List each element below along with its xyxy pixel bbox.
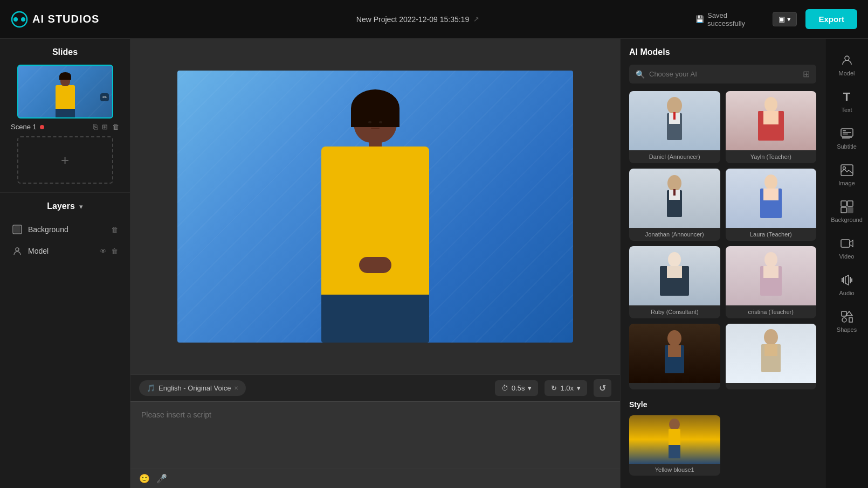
svg-rect-47 <box>841 207 846 213</box>
ruby-label: Ruby (Consultant) <box>629 305 720 318</box>
yayln-label: Yayln (Teacher) <box>726 150 817 163</box>
view-toggle-chevron: ▾ <box>787 15 791 23</box>
daniel-avatar <box>658 94 691 148</box>
icon-bar-background[interactable]: Background <box>828 194 866 228</box>
model7-avatar <box>658 326 691 380</box>
slide-1-thumbnail[interactable]: ✏ <box>17 65 113 118</box>
text-icon: T <box>839 89 855 104</box>
svg-rect-46 <box>848 201 853 206</box>
right-panel-title: AI Models <box>629 47 816 57</box>
svg-point-26 <box>667 330 681 346</box>
model-card-yayln[interactable]: Yayln (Teacher) <box>726 91 817 163</box>
model-card-ruby[interactable]: Ruby (Consultant) <box>629 246 720 318</box>
yellow-blouse-label: Yellow blouse1 <box>629 464 720 476</box>
reset-button[interactable]: ↺ <box>594 379 611 397</box>
layers-title: Layers <box>47 201 75 211</box>
video-bar-label: Video <box>839 253 855 260</box>
main-layout: Slides ✏ Scene 1 ⎘ <box>0 39 868 488</box>
background-layer-icon <box>12 224 23 235</box>
layers-header[interactable]: Layers ▾ <box>9 201 121 211</box>
style-grid: Yellow blouse1 <box>629 415 816 476</box>
icon-bar-subtitle[interactable]: Subtitle <box>828 121 866 155</box>
emoji-icon[interactable]: 🙂 <box>139 473 150 484</box>
model-card-daniel[interactable]: Daniel (Announcer) <box>629 91 720 163</box>
model-visibility-icon[interactable]: 👁 <box>100 247 107 255</box>
model-layer-icon <box>12 246 23 256</box>
model-card-8[interactable] <box>726 324 817 389</box>
model-card-cristina[interactable]: cristina (Teacher) <box>726 246 817 318</box>
header: AI STUDIOS New Project 2022-12-09 15:35:… <box>0 0 868 39</box>
add-slide-button[interactable]: + <box>17 136 113 184</box>
right-panel: AI Models 🔍 ⊞ <box>620 39 825 488</box>
icon-bar-image[interactable]: Image <box>828 157 866 192</box>
right-panel-content: AI Models 🔍 ⊞ <box>621 39 825 488</box>
layer-model[interactable]: Model 👁 🗑 <box>9 241 121 261</box>
laura-label: Laura (Teacher) <box>726 228 817 241</box>
svg-rect-31 <box>764 344 777 356</box>
model8-label <box>726 383 817 389</box>
style-figure <box>661 418 688 461</box>
text-bar-label: Text <box>841 107 852 113</box>
slide-edit-icon[interactable]: ✏ <box>100 93 109 101</box>
voice-remove-icon[interactable]: ✕ <box>234 385 238 391</box>
jonathan-label: Jonathan (Announcer) <box>629 228 720 241</box>
image-icon <box>839 163 855 178</box>
svg-point-10 <box>764 97 777 112</box>
icon-bar-shapes[interactable]: Shapes <box>828 304 866 338</box>
svg-rect-33 <box>669 429 680 446</box>
app-name: AI STUDIOS <box>32 13 99 25</box>
scene-label-row: Scene 1 ⎘ ⊞ 🗑 <box>9 123 121 131</box>
icon-bar-audio[interactable]: Audio <box>828 267 866 302</box>
left-sidebar: Slides ✏ Scene 1 ⎘ <box>0 39 130 488</box>
view-toggle-button[interactable]: ▣ ▾ <box>773 12 797 26</box>
slides-section: Slides ✏ Scene 1 ⎘ <box>0 39 130 193</box>
svg-rect-25 <box>763 266 779 278</box>
scene-label: Scene 1 <box>11 123 44 131</box>
background-delete-icon[interactable]: 🗑 <box>111 226 118 234</box>
icon-bar-text[interactable]: T Text <box>828 84 866 118</box>
background-bar-label: Background <box>831 217 863 223</box>
svg-rect-48 <box>848 207 853 213</box>
header-center: New Project 2022-12-09 15:35:19 ↗ <box>140 15 695 24</box>
svg-rect-4 <box>14 226 20 233</box>
mic-icon[interactable]: 🎤 <box>156 473 167 484</box>
model-bar-label: Model <box>839 70 855 76</box>
add-slide-icon: + <box>61 152 69 169</box>
speed-icon: ↻ <box>551 384 557 392</box>
script-area: 🙂 🎤 <box>130 401 620 488</box>
svg-point-56 <box>842 318 846 322</box>
scene-delete-icon[interactable]: 🗑 <box>112 123 119 131</box>
scene-copy-icon[interactable]: ⎘ <box>93 123 98 131</box>
edit-project-icon[interactable]: ↗ <box>473 15 479 23</box>
laura-avatar <box>755 171 787 225</box>
search-box: 🔍 ⊞ <box>629 65 816 83</box>
svg-point-13 <box>667 175 681 191</box>
model-card-7[interactable] <box>629 324 720 389</box>
timing-control-button[interactable]: ⏱ 0.5s ▾ <box>495 380 539 396</box>
speed-control-button[interactable]: ↻ 1.0x ▾ <box>545 380 587 396</box>
script-input[interactable] <box>130 402 620 466</box>
logo-area: AI STUDIOS <box>11 11 140 28</box>
model-delete-icon[interactable]: 🗑 <box>111 247 118 255</box>
model-card-laura[interactable]: Laura (Teacher) <box>726 169 817 241</box>
filter-icon[interactable]: ⊞ <box>803 69 810 79</box>
script-footer: 🙂 🎤 <box>130 469 620 488</box>
icon-bar-model[interactable]: Model <box>828 47 866 82</box>
reset-icon: ↺ <box>599 384 606 393</box>
svg-rect-9 <box>673 112 676 120</box>
style-card-yellow-blouse[interactable]: Yellow blouse1 <box>629 415 720 476</box>
search-input[interactable] <box>649 70 798 78</box>
model-card-jonathan[interactable]: Jonathan (Announcer) <box>629 169 720 241</box>
scene-grid-icon[interactable]: ⊞ <box>102 123 108 131</box>
svg-point-6 <box>667 97 682 114</box>
export-button[interactable]: Export <box>805 9 857 29</box>
voice-select-button[interactable]: 🎵 English - Original Voice ✕ <box>139 380 246 396</box>
layer-background[interactable]: Background 🗑 <box>9 220 121 239</box>
save-icon: 💾 <box>695 15 704 23</box>
svg-rect-45 <box>841 201 846 206</box>
svg-rect-41 <box>843 132 851 133</box>
svg-rect-28 <box>668 345 681 357</box>
model7-label <box>629 383 720 389</box>
icon-bar-video[interactable]: Video <box>828 231 866 265</box>
jonathan-avatar <box>658 171 691 225</box>
